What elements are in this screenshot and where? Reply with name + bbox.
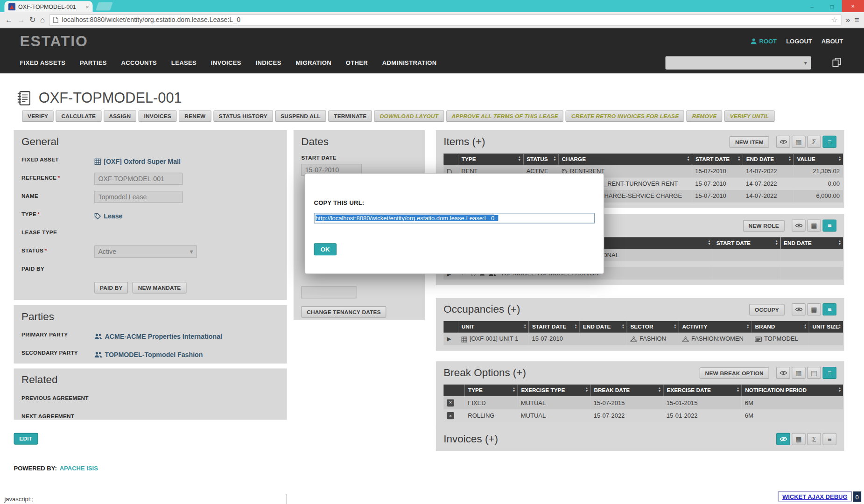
paid-by-button[interactable]: PAID BY <box>94 282 128 294</box>
type-link[interactable]: Lease <box>94 209 122 221</box>
items-eye-icon[interactable] <box>776 136 790 148</box>
user-name[interactable]: ROOT <box>759 38 777 45</box>
column-header-break-date[interactable]: BREAK DATE <box>590 385 663 396</box>
occupancies-excel-icon[interactable]: ▦ <box>807 303 821 315</box>
new-mandate-button[interactable]: NEW MANDATE <box>133 282 186 294</box>
remove-box-icon[interactable]: × <box>447 399 454 406</box>
sort-icon[interactable] <box>513 387 516 393</box>
break-eye-icon[interactable] <box>776 367 790 379</box>
tab-close-icon[interactable]: × <box>85 4 89 10</box>
column-header-type[interactable]: TYPE <box>464 385 517 396</box>
secondary-party-link[interactable]: TOPMODEL-Topmodel Fashion <box>94 348 203 360</box>
column-header-type[interactable]: TYPE <box>458 154 523 165</box>
user-menu[interactable]: ROOT <box>751 38 777 45</box>
copy-pages-icon[interactable] <box>832 57 841 67</box>
fixed-asset-link[interactable]: [OXF] Oxford Super Mall <box>94 154 181 167</box>
search-box[interactable]: ▾ <box>665 56 811 70</box>
action-renew[interactable]: RENEW <box>179 110 211 122</box>
column-header-status[interactable]: STATUS <box>523 154 559 165</box>
forward-button[interactable]: → <box>17 16 25 24</box>
action-terminate[interactable]: TERMINATE <box>328 110 372 122</box>
column-header-exercise-type[interactable]: EXERCISE TYPE <box>518 385 590 396</box>
wicket-ajax-debug-link[interactable]: WICKET AJAX DEBUG <box>778 491 852 501</box>
window-close-button[interactable]: × <box>842 0 864 12</box>
invoices-sigma-icon[interactable]: Σ <box>807 433 821 445</box>
items-excel-icon[interactable]: ▦ <box>792 136 806 148</box>
invoices-list-icon[interactable]: ≡ <box>822 433 836 445</box>
new-break-option-button[interactable]: NEW BREAK OPTION <box>700 367 769 379</box>
column-header-start-date[interactable]: START DATE <box>713 237 780 249</box>
column-header-exercise-date[interactable]: EXERCISE DATE <box>663 385 742 396</box>
action-approve-all-terms[interactable]: APPROVE ALL TERMS OF THIS LEASE <box>446 110 564 122</box>
copy-url-input[interactable]: http://localhost:8080/wicket/entity/org.… <box>314 213 595 223</box>
break-list-icon[interactable]: ≡ <box>822 367 836 379</box>
new-item-button[interactable]: NEW ITEM <box>730 136 769 147</box>
action-download-layout[interactable]: DOWNLOAD LAYOUT <box>374 110 444 122</box>
window-maximize-button[interactable]: □ <box>822 0 842 12</box>
nav-item-leases[interactable]: LEASES <box>171 60 197 66</box>
column-header-value[interactable]: VALUE <box>794 154 843 165</box>
action-invoices[interactable]: INVOICES <box>139 110 177 122</box>
column-header-brand[interactable]: BRAND <box>752 321 809 333</box>
nav-item-other[interactable]: OTHER <box>346 60 368 66</box>
nav-item-accounts[interactable]: ACCOUNTS <box>121 60 157 66</box>
sort-icon[interactable] <box>788 156 792 162</box>
occupancies-list-icon[interactable]: ≡ <box>822 303 836 315</box>
edit-button[interactable]: EDIT <box>14 433 38 445</box>
nav-item-invoices[interactable]: INVOICES <box>211 60 241 66</box>
remove-box-icon[interactable]: × <box>447 412 454 419</box>
action-remove[interactable]: REMOVE <box>687 110 722 122</box>
nav-item-fixed-assets[interactable]: FIXED ASSETS <box>20 60 66 66</box>
apache-isis-link[interactable]: APACHE ISIS <box>60 465 98 471</box>
items-list-icon[interactable]: ≡ <box>822 136 836 148</box>
overflow-chevrons-icon[interactable]: » <box>846 16 850 24</box>
new-tab-button[interactable] <box>96 2 112 11</box>
invoices-eye-icon[interactable] <box>776 433 790 445</box>
break-excel-icon[interactable]: ▦ <box>792 367 806 379</box>
sort-icon[interactable] <box>804 324 807 329</box>
occupy-button[interactable]: OCCUPY <box>749 304 785 315</box>
column-header-end-date[interactable]: END DATE <box>579 321 627 333</box>
tenancy-date-field[interactable] <box>301 286 356 298</box>
sort-icon[interactable] <box>736 387 739 393</box>
sort-icon[interactable] <box>574 324 577 329</box>
column-header-notification-period[interactable]: NOTIFICATION PERIOD <box>742 385 843 396</box>
column-header-end-date[interactable]: END DATE <box>743 154 794 165</box>
browser-tab[interactable]: OXF-TOPMODEL-001 × <box>4 1 92 12</box>
action-calculate[interactable]: CALCULATE <box>56 110 101 122</box>
sort-icon[interactable] <box>838 156 842 162</box>
action-status-history[interactable]: STATUS HISTORY <box>213 110 273 122</box>
browser-menu-icon[interactable]: ≡ <box>855 16 859 24</box>
sort-icon[interactable] <box>687 156 690 162</box>
action-verify-until[interactable]: VERIFY UNTIL <box>724 110 774 122</box>
column-header-start-date[interactable]: START DATE <box>692 154 743 165</box>
reference-field[interactable] <box>94 173 183 185</box>
back-button[interactable]: ← <box>5 16 13 24</box>
nav-item-administration[interactable]: ADMINISTRATION <box>382 60 437 66</box>
reload-button[interactable]: ↻ <box>29 16 36 24</box>
sort-icon[interactable] <box>838 324 842 329</box>
address-bar[interactable]: localhost:8080/wicket/entity/org.estatio… <box>49 14 841 26</box>
logout-link[interactable]: LOGOUT <box>786 38 812 45</box>
table-row[interactable]: × ROLLING MUTUAL 15-07-2022 15-01-2022 6… <box>443 409 843 422</box>
sort-icon[interactable] <box>746 324 750 329</box>
invoices-excel-icon[interactable]: ▦ <box>792 433 806 445</box>
occupancies-eye-icon[interactable] <box>792 303 806 315</box>
app-logo[interactable]: ESTATIO <box>20 33 88 50</box>
nav-item-indices[interactable]: INDICES <box>255 60 281 66</box>
nav-item-parties[interactable]: PARTIES <box>80 60 107 66</box>
roles-excel-icon[interactable]: ▦ <box>807 219 821 231</box>
sort-icon[interactable] <box>658 387 661 393</box>
column-header-charge[interactable]: CHARGE <box>558 154 692 165</box>
nav-item-migration[interactable]: MIGRATION <box>295 60 331 66</box>
sort-icon[interactable] <box>838 387 842 393</box>
action-create-retro-invoices[interactable]: CREATE RETRO INVOICES FOR LEASE <box>566 110 684 122</box>
sort-icon[interactable] <box>708 240 711 245</box>
column-header-sector[interactable]: SECTOR <box>627 321 679 333</box>
action-assign[interactable]: ASSIGN <box>104 110 136 122</box>
sort-icon[interactable] <box>622 324 625 329</box>
sort-icon[interactable] <box>518 156 521 162</box>
home-button[interactable]: ⌂ <box>40 16 45 24</box>
search-input[interactable] <box>665 56 800 70</box>
ok-button[interactable]: OK <box>314 243 337 255</box>
